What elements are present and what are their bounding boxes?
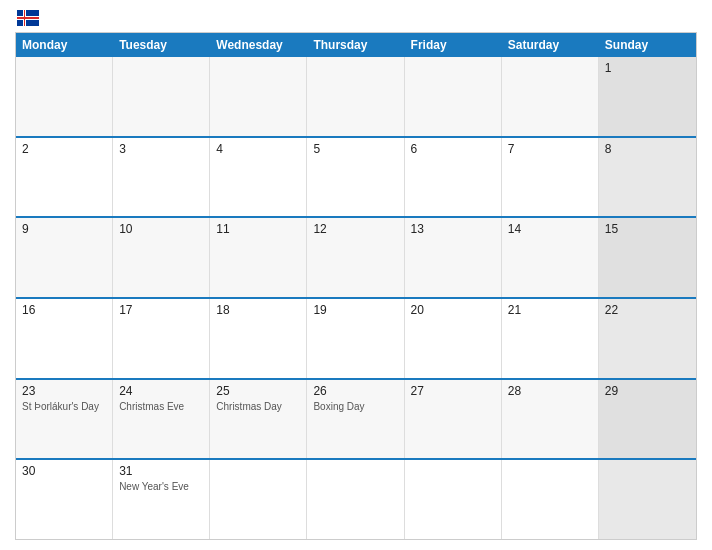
calendar-cell: 31New Year's Eve [113,460,210,539]
calendar-cell: 26Boxing Day [307,380,404,459]
day-number: 2 [22,142,106,156]
day-number: 11 [216,222,300,236]
weekday-header-friday: Friday [405,33,502,57]
calendar-cell [405,57,502,136]
calendar-cell [210,460,307,539]
calendar-cell: 22 [599,299,696,378]
day-number: 4 [216,142,300,156]
day-number: 6 [411,142,495,156]
calendar-cell [502,460,599,539]
calendar-body: 1234567891011121314151617181920212223St … [16,57,696,539]
calendar-week-row: 2345678 [16,136,696,217]
day-number: 18 [216,303,300,317]
calendar-cell: 9 [16,218,113,297]
day-number: 27 [411,384,495,398]
day-number: 28 [508,384,592,398]
svg-rect-4 [17,17,39,19]
day-number: 5 [313,142,397,156]
calendar-cell: 20 [405,299,502,378]
calendar-cell: 13 [405,218,502,297]
calendar-cell [502,57,599,136]
day-number: 24 [119,384,203,398]
day-number: 23 [22,384,106,398]
day-number: 19 [313,303,397,317]
calendar-cell: 8 [599,138,696,217]
calendar-cell: 11 [210,218,307,297]
calendar-event: St Þorlákur's Day [22,400,106,413]
day-number: 22 [605,303,690,317]
calendar-cell: 23St Þorlákur's Day [16,380,113,459]
calendar-week-row: 16171819202122 [16,297,696,378]
weekday-header-saturday: Saturday [502,33,599,57]
flag-icon [17,10,39,26]
day-number: 9 [22,222,106,236]
calendar-event: New Year's Eve [119,480,203,493]
calendar-week-row: 1 [16,57,696,136]
calendar-cell: 24Christmas Eve [113,380,210,459]
day-number: 31 [119,464,203,478]
calendar-cell: 5 [307,138,404,217]
calendar-cell [405,460,502,539]
day-number: 8 [605,142,690,156]
calendar-cell [307,460,404,539]
calendar-cell: 6 [405,138,502,217]
day-number: 15 [605,222,690,236]
calendar-event: Christmas Eve [119,400,203,413]
calendar-cell: 27 [405,380,502,459]
day-number: 17 [119,303,203,317]
calendar-cell: 2 [16,138,113,217]
calendar-cell: 17 [113,299,210,378]
calendar-cell: 15 [599,218,696,297]
calendar-header [15,10,697,26]
calendar-cell: 12 [307,218,404,297]
calendar-cell [16,57,113,136]
calendar-cell: 14 [502,218,599,297]
calendar-cell: 30 [16,460,113,539]
weekday-header-sunday: Sunday [599,33,696,57]
day-number: 7 [508,142,592,156]
calendar-cell: 21 [502,299,599,378]
day-number: 30 [22,464,106,478]
calendar-cell: 3 [113,138,210,217]
calendar-cell [113,57,210,136]
calendar-cell: 16 [16,299,113,378]
day-number: 10 [119,222,203,236]
day-number: 20 [411,303,495,317]
day-number: 14 [508,222,592,236]
day-number: 21 [508,303,592,317]
calendar-cell: 25Christmas Day [210,380,307,459]
calendar-cell [307,57,404,136]
calendar-cell: 4 [210,138,307,217]
calendar-cell: 10 [113,218,210,297]
weekday-header-tuesday: Tuesday [113,33,210,57]
day-number: 12 [313,222,397,236]
calendar-week-row: 23St Þorlákur's Day24Christmas Eve25Chri… [16,378,696,459]
calendar-event: Christmas Day [216,400,300,413]
calendar-cell: 1 [599,57,696,136]
calendar-event: Boxing Day [313,400,397,413]
day-number: 3 [119,142,203,156]
day-number: 1 [605,61,690,75]
day-number: 16 [22,303,106,317]
calendar-cell: 7 [502,138,599,217]
page: MondayTuesdayWednesdayThursdayFridaySatu… [0,0,712,550]
weekday-header-wednesday: Wednesday [210,33,307,57]
day-number: 29 [605,384,690,398]
day-number: 25 [216,384,300,398]
day-number: 13 [411,222,495,236]
calendar-weekday-header: MondayTuesdayWednesdayThursdayFridaySatu… [16,33,696,57]
calendar: MondayTuesdayWednesdayThursdayFridaySatu… [15,32,697,540]
calendar-cell: 18 [210,299,307,378]
calendar-cell: 28 [502,380,599,459]
calendar-cell [599,460,696,539]
calendar-cell: 29 [599,380,696,459]
calendar-week-row: 3031New Year's Eve [16,458,696,539]
weekday-header-monday: Monday [16,33,113,57]
logo [15,10,39,26]
calendar-cell [210,57,307,136]
calendar-cell: 19 [307,299,404,378]
weekday-header-thursday: Thursday [307,33,404,57]
day-number: 26 [313,384,397,398]
calendar-week-row: 9101112131415 [16,216,696,297]
